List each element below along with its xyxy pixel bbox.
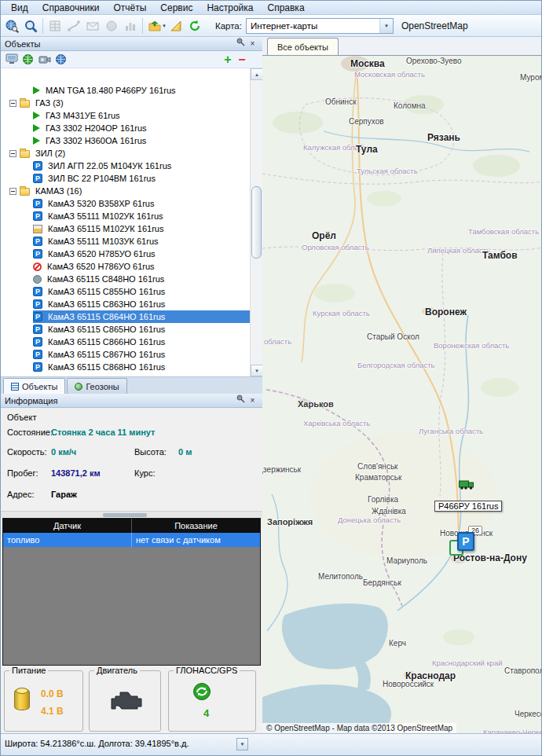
vehicle-status-icon (33, 86, 40, 94)
scrollbar-thumb[interactable] (251, 186, 262, 259)
tab-geozones[interactable]: Геозоны (67, 378, 126, 394)
tree-item[interactable]: КамАЗ 6520 Н786УО 61rus (3, 260, 250, 273)
scroll-up-icon[interactable]: ▲ (251, 68, 263, 80)
info-hscrollbar[interactable] (1, 511, 262, 518)
scrollbar-thumb[interactable] (103, 513, 147, 517)
mileage-label: Пробег: (7, 468, 38, 478)
engine-label: Двигатель (94, 666, 140, 675)
tree-item[interactable]: КамАЗ 55111 М102УК 161rus (3, 210, 250, 222)
mileage-value: 143871,2 км (51, 468, 101, 478)
tree-expander-icon[interactable] (24, 350, 33, 359)
map-canvas[interactable]: Орехово-Зуево Москва Московская область … (262, 56, 542, 733)
close-panel-icon[interactable]: × (247, 38, 258, 50)
map-label: Краснодарский край (432, 659, 502, 667)
tree-scrollbar[interactable]: ▲ ▼ (250, 68, 262, 376)
add-object-button[interactable]: + (221, 53, 235, 67)
tree-expander-icon[interactable] (24, 337, 33, 347)
refresh-icon[interactable] (185, 17, 204, 35)
statusbar-dropdown-icon[interactable]: ▼ (236, 738, 248, 750)
tree-item[interactable]: ЗИЛ ВС 22 Р104ВМ 161rus (3, 172, 250, 185)
map-label: Новороссийск (383, 680, 434, 688)
tree-item-label: КамАЗ 55111 М102УК 161rus (46, 211, 166, 221)
tree-expander-icon[interactable] (9, 150, 16, 157)
tree-expander-icon[interactable] (24, 111, 33, 120)
tree-expander-icon[interactable] (24, 262, 33, 271)
tree-item[interactable]: КамАЗ 65115 С855НО 161rus (3, 285, 250, 298)
vehicle-truck-icon[interactable] (459, 479, 474, 494)
tree-item[interactable]: ГАЗ 3302 Н360ОА 161rus (3, 134, 250, 147)
tree-item[interactable]: КамАЗ 65115 С867НО 161rus (3, 348, 250, 361)
tree-expander-icon[interactable] (24, 199, 33, 208)
tree-item[interactable]: КамАЗ 65115 С866НО 161rus (3, 336, 250, 348)
tree-item[interactable]: ГАЗ 3302 Н204ОР 161rus (3, 122, 250, 134)
tree-expander-icon[interactable] (9, 188, 16, 195)
search-map-icon[interactable] (2, 17, 21, 35)
tree-expander-icon[interactable] (24, 174, 33, 183)
sensor-row[interactable]: топливо нет связи с датчиком (3, 533, 260, 547)
tree-expander-icon[interactable] (24, 312, 33, 321)
menu-item[interactable]: Справочники (35, 2, 107, 14)
map-label: Тульская область (357, 167, 418, 175)
tree-expander-icon[interactable] (24, 362, 33, 372)
tree-expander-icon[interactable] (24, 287, 33, 296)
tree-item[interactable]: КамАЗ 65115 С848НО 161rus (3, 273, 250, 285)
tree-expander-icon[interactable] (9, 100, 16, 107)
tab-geozones-label: Геозоны (86, 382, 119, 391)
tree-item[interactable]: ЗИЛ АГП 22.05 М104УК 161rus (3, 160, 250, 172)
tree-expander-icon[interactable] (24, 299, 33, 309)
tree-expander-icon[interactable] (24, 211, 33, 221)
tree-item[interactable]: КАМАЗ (16) (3, 185, 250, 197)
tree-item-label: КамАЗ 6520 Н786УО 61rus (45, 262, 157, 271)
tree-item[interactable]: КамАЗ 5320 В358ХР 61rus (3, 197, 250, 210)
parking-marker[interactable]: P (457, 532, 474, 551)
tree-expander-icon[interactable] (24, 249, 33, 259)
globe-green-icon[interactable] (20, 52, 36, 67)
map-label: Орехово-Зуево (406, 57, 461, 65)
scroll-down-icon[interactable]: ▼ (251, 365, 263, 376)
remove-object-button[interactable]: − (235, 53, 249, 67)
tree-expander-icon[interactable] (24, 237, 33, 246)
map-source-combobox[interactable]: Интернет-карты ▼ (246, 18, 394, 34)
monitor-icon[interactable] (3, 52, 20, 67)
tab-objects[interactable]: Объекты (3, 378, 65, 394)
zoom-objects-icon[interactable] (21, 17, 40, 35)
tree-expander-icon[interactable] (24, 161, 33, 171)
globe-blue-icon[interactable] (53, 52, 69, 67)
info-panel-body: Объект Состояние: Стоянка 2 часа 11 мину… (1, 408, 262, 518)
menu-item[interactable]: Сервис (153, 2, 200, 14)
tree-item[interactable]: ЗИЛ (2) (3, 147, 250, 160)
tree-item[interactable]: КамАЗ 6520 Н785УО 61rus (3, 248, 250, 260)
menu-item[interactable]: Справка (260, 2, 311, 14)
tree-expander-icon[interactable] (24, 224, 33, 233)
tree-item[interactable]: КамАЗ 65115 С865НО 161rus (3, 323, 250, 336)
tree-item[interactable]: КамАЗ 65115 С863НО 161rus (3, 298, 250, 310)
altitude-label: Высота: (134, 447, 167, 457)
tree-item[interactable]: КамАЗ 65115 С864НО 161rus (3, 310, 250, 323)
measure-icon[interactable] (167, 17, 185, 35)
tree-expander-icon[interactable] (24, 136, 33, 145)
tree-expander-icon[interactable] (24, 274, 33, 284)
tree-expander-icon[interactable] (24, 123, 33, 133)
pushpin-icon[interactable] (235, 395, 247, 407)
tree-item-label: КамАЗ 65115 С855НО 161rus (46, 287, 167, 296)
menu-item[interactable]: Вид (4, 2, 35, 14)
camera-icon[interactable] (36, 52, 53, 67)
tab-all-objects[interactable]: Все объекты (267, 38, 339, 55)
pushpin-icon[interactable] (235, 38, 247, 50)
map-label: Запоріжжя (267, 517, 313, 527)
tree-item[interactable]: КамАЗ 65115 М102УК 161rus (3, 222, 250, 235)
menu-item[interactable]: Отчёты (106, 2, 153, 14)
tree-expander-icon[interactable] (24, 86, 33, 95)
close-panel-icon[interactable]: × (247, 395, 258, 407)
main-toolbar: ▼ Карта: Интернет-карты ▼ OpenStreetMap (1, 15, 542, 37)
tree-expander-icon[interactable] (24, 325, 33, 334)
menu-item[interactable]: Настройка (200, 2, 260, 14)
tree-item[interactable]: ГАЗ М431УЕ 61rus (3, 109, 250, 122)
tree-item[interactable]: КамАЗ 65115 С868НО 161rus (3, 361, 250, 373)
tree-item[interactable]: ГАЗ (3) (3, 97, 250, 109)
combo-dropdown-icon[interactable]: ▼ (379, 19, 393, 33)
map-label: Старый Оскол (367, 332, 419, 341)
objects-toolbar: + − (1, 51, 262, 68)
tree-item[interactable]: MAN TGA 18.480 Р466РУ 161rus (3, 84, 250, 97)
tree-item[interactable]: КамАЗ 55111 М103УК 61rus (3, 235, 250, 248)
